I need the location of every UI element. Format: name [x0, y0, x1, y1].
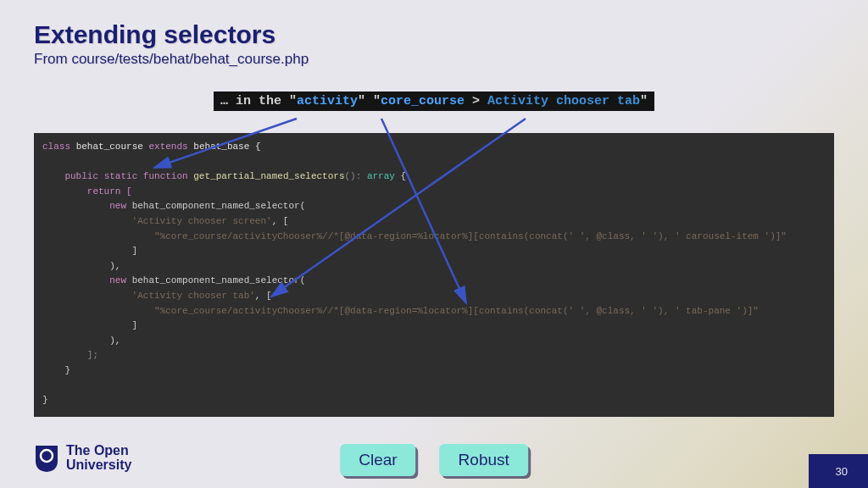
code-str: 'Activity chooser screen'	[42, 216, 272, 226]
code-text: , [	[255, 291, 272, 301]
code-kw: extends	[148, 141, 187, 152]
code-text: ]	[42, 246, 137, 256]
code-kw: static	[104, 171, 138, 181]
code-text: ]	[42, 320, 137, 330]
code-str: "%core_course/activityChooser%//*[@data-…	[42, 306, 759, 316]
code-punc: ];	[42, 350, 98, 360]
code-text: ),	[42, 261, 120, 271]
step-mid1: " "	[358, 94, 381, 108]
ou-logo: The Open University	[34, 444, 131, 473]
code-text: {	[395, 171, 406, 181]
code-kw: function	[143, 171, 188, 181]
slide-subtitle: From course/tests/behat/behat_course.php	[0, 49, 868, 68]
button-row: Clear Robust	[340, 444, 528, 476]
logo-line1: The Open	[66, 444, 131, 458]
robust-button[interactable]: Robust	[440, 444, 528, 476]
code-kw: class	[42, 141, 70, 152]
shield-icon	[34, 444, 59, 473]
code-text: behat_component_named_selector(	[126, 201, 305, 211]
code-new: new	[42, 201, 126, 211]
code-text: }	[42, 365, 70, 375]
step-suffix: "	[640, 94, 648, 108]
code-str: 'Activity chooser tab'	[42, 291, 255, 301]
step-tab: Activity chooser tab	[487, 94, 640, 108]
logo-line2: University	[66, 458, 131, 473]
logo-text: The Open University	[66, 444, 131, 473]
code-text: ),	[42, 336, 120, 346]
step-core: core_course	[381, 94, 465, 108]
code-cls: behat_course	[76, 141, 143, 152]
code-return: return [	[42, 186, 132, 197]
clear-button[interactable]: Clear	[340, 444, 415, 476]
code-new: new	[42, 275, 126, 286]
code-kw: public	[64, 171, 98, 181]
code-str: "%core_course/activityChooser%//*[@data-…	[42, 231, 787, 241]
step-mid2: >	[465, 94, 487, 108]
code-text: , [	[272, 216, 289, 226]
code-text: behat_component_named_selector(	[126, 275, 305, 286]
code-fn: get_partial_named_selectors	[193, 171, 344, 181]
code-punc: ():	[345, 171, 362, 181]
code-cls: behat_base {	[193, 141, 260, 152]
step-snippet: … in the "activity" "core_course > Activ…	[214, 92, 654, 111]
step-prefix: … in the "	[220, 94, 297, 108]
step-activity: activity	[297, 94, 358, 108]
page-number: 30	[824, 458, 856, 481]
slide-title: Extending selectors	[0, 0, 868, 49]
code-block: class behat_course extends behat_base { …	[34, 133, 834, 417]
code-text: }	[42, 395, 48, 405]
code-type: array	[367, 171, 395, 181]
